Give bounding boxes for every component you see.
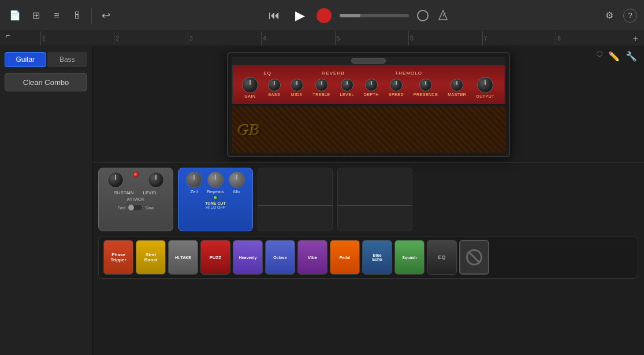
picker-pedal-none[interactable] [459,240,489,275]
ruler-mark-8: 8 [556,31,629,46]
picker-pedal-blueecho[interactable]: BlueEcho [362,240,392,275]
output-knob[interactable] [477,77,493,93]
empty-slot-line-1 [258,205,332,206]
repeats-knob-group: Repeats [207,172,224,194]
presence-label: PRESENCE [414,93,438,97]
sustain-label: SUSTAIN [114,190,134,195]
ruler-mark-7: 7 [482,31,556,46]
preset-clean-combo[interactable]: Clean Combo [5,73,87,91]
depth-knob-group: DEPTH [364,79,379,97]
repeats-knob[interactable] [207,172,224,188]
sustain-knob[interactable] [107,172,124,188]
toolbar: 📄 ⊞ ≡ 🎚 ↩ ⏮ ▶ ⚙ ? [0,0,644,31]
treble-knob[interactable] [315,79,328,91]
delay-knobs: Zeit Repeats Mix [186,172,245,194]
amp-controls[interactable]: EQ REVERB TREMOLO GAIN BASS [232,65,505,104]
mixer-button[interactable]: 🎚 [69,8,85,24]
rewind-button[interactable]: ⏮ [266,7,283,24]
picker-pedal-phaser[interactable]: PhaseTripper [103,240,133,275]
mix-knob[interactable] [229,172,245,188]
empty-pedal-slot-1[interactable] [258,168,333,231]
amp-section: EQ REVERB TREMOLO GAIN BASS [92,46,644,160]
sustain-level-knob[interactable] [148,172,164,188]
empty-slot-line-2 [338,205,412,206]
timeline-ruler: ⌐ 1 2 3 4 5 6 7 8 + [0,31,644,46]
amp-cabinet: GB [232,106,505,153]
amp-top [232,57,505,65]
loop-icon[interactable] [417,10,429,21]
metronome-icon[interactable] [437,9,449,22]
hi-lo-label: HI LO OFF [206,205,225,209]
toolbar-separator-1 [91,8,92,24]
mix-knob-group: Mix [229,172,245,194]
new-document-button[interactable]: 📄 [7,8,23,24]
attack-toggle[interactable] [128,204,143,211]
level-knob-group: LEVEL [340,79,354,97]
zeit-knob-group: Zeit [186,172,202,194]
zeit-label: Zeit [190,189,198,194]
mids-knob[interactable] [291,79,303,91]
svg-marker-0 [439,10,447,20]
tremolo-label: TREMOLO [395,71,422,76]
level-label: LEVEL [340,93,354,97]
pedals-section: SUSTAIN LEVEL ATTACK Fast Slow [92,165,644,355]
ruler-mark-3: 3 [188,31,261,46]
empty-pedal-slot-2[interactable] [337,168,412,231]
master-label: MASTER [448,93,466,97]
ruler-mark-6: 6 [408,31,482,46]
settings-button[interactable]: ⚙ [601,8,617,24]
picker-pedal-vibe[interactable]: Vibe [297,240,327,275]
picker-pedal-boost[interactable]: StratBoost [136,240,166,275]
layout-button[interactable]: ⊞ [28,8,44,24]
output-knob-group: OUTPUT [476,77,494,98]
wrench-icon[interactable]: 🔧 [626,51,637,62]
undo-button[interactable]: ↩ [98,8,114,24]
play-button[interactable]: ▶ [291,7,308,24]
bass-knob-group: BASS [268,79,281,97]
tracks-button[interactable]: ≡ [49,8,65,24]
amp-knobs-row: GAIN BASS MIDS TREBLE [239,77,498,98]
add-track-button[interactable]: + [633,34,638,44]
reverb-label: REVERB [322,71,345,76]
mix-label: Mix [233,189,240,194]
attack-row: Fast Slow [118,204,154,211]
depth-knob[interactable] [365,79,378,91]
presence-knob[interactable] [419,79,432,91]
level-knob[interactable] [341,79,353,91]
ruler-mark-1: 1 [40,31,114,46]
output-label: OUTPUT [476,94,494,98]
picker-pedal-octave[interactable]: Octave [265,240,295,275]
sustain-pedal[interactable]: SUSTAIN LEVEL ATTACK Fast Slow [98,168,173,231]
picker-pedal-orange[interactable]: Pedal [330,240,360,275]
fast-label: Fast [118,206,126,210]
bass-knob[interactable] [268,79,281,91]
help-button[interactable]: ? [623,9,637,23]
pedal-picker: PhaseTripper StratBoost HI-TAKE FUZZ Hea… [98,236,638,279]
amp-logo: GB [237,120,260,139]
toolbar-left-group-2: ↩ [98,8,114,24]
speed-knob[interactable] [390,79,403,91]
record-button[interactable] [317,8,332,23]
edit-icon[interactable]: ✏️ [608,51,620,62]
picker-pedal-squash[interactable]: Squash [394,240,425,275]
no-pedal-icon [466,249,482,265]
timeline-fill [340,14,360,17]
speed-label: SPEED [389,93,404,97]
mids-knob-group: MIDS [291,79,303,97]
picker-pedal-heavenly[interactable]: Heavenly [233,240,263,275]
delay-led [213,195,218,200]
picker-pedal-eq[interactable]: EQ [427,240,457,275]
slow-label: Slow [145,206,154,210]
guitar-tab[interactable]: Guitar [5,52,46,67]
delay-pedal[interactable]: Zeit Repeats Mix TONE CUT HI LO OFF [178,168,253,231]
zeit-knob[interactable] [186,172,202,188]
mids-label: MIDS [291,93,303,97]
bass-tab[interactable]: Bass [47,52,88,67]
top-right-icons: ✏️ 🔧 [597,51,637,62]
timeline-scrubber[interactable] [340,14,409,17]
picker-pedal-hitake[interactable]: HI-TAKE [168,240,198,275]
eq-label: EQ [263,71,271,76]
master-knob[interactable] [451,79,463,91]
picker-pedal-fuzz[interactable]: FUZZ [200,240,230,275]
gain-knob[interactable] [242,77,258,93]
